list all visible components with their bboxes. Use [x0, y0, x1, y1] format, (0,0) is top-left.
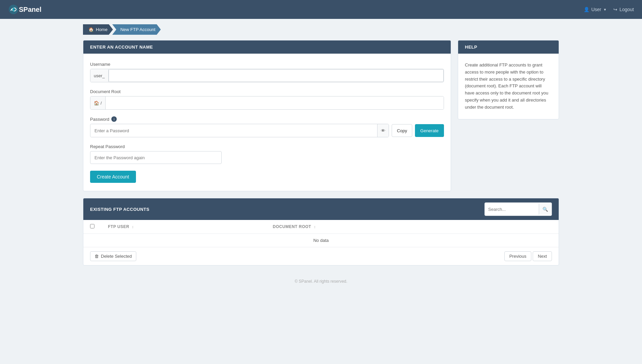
repeat-password-label: Repeat Password — [90, 144, 444, 149]
username-prefix: user_ — [90, 69, 109, 82]
logout-label: Logout — [619, 7, 634, 12]
breadcrumb-current: New FTP Account — [112, 24, 161, 35]
password-input-wrap: 👁 — [90, 124, 389, 137]
document-root-col-header[interactable]: DOCUMENT ROOT ↕ — [266, 220, 502, 234]
delete-selected-button[interactable]: 🗑 Delete Selected — [90, 251, 136, 261]
ftp-user-col-label: FTP USER — [108, 224, 129, 229]
user-icon: 👤 — [584, 7, 589, 12]
password-row: 👁 Copy Generate — [90, 124, 444, 137]
no-data-cell: No data — [83, 234, 559, 247]
separator: / — [101, 101, 102, 106]
form-help-row: ENTER AN ACCOUNT NAME Username user_ Doc… — [83, 40, 559, 191]
ftp-section-title: EXISTING FTP ACCOUNTS — [90, 207, 149, 212]
username-label: Username — [90, 62, 444, 67]
next-button[interactable]: Next — [533, 251, 552, 261]
help-card-body: Create additional FTP accounts to grant … — [458, 54, 559, 119]
help-title: HELP — [465, 45, 477, 50]
toggle-password-button[interactable]: 👁 — [377, 124, 389, 137]
pagination: Previous Next — [504, 251, 552, 261]
eye-icon: 👁 — [381, 128, 385, 133]
footer-text: © SPanel. All rights reserved. — [295, 279, 347, 284]
logout-icon: ↪ — [613, 7, 617, 12]
brand: SPanel — [8, 4, 41, 15]
home-label: Home — [96, 27, 108, 32]
generate-password-button[interactable]: Generate — [415, 124, 444, 137]
header: SPanel 👤 User ▼ ↪ Logout — [0, 0, 642, 19]
search-input[interactable] — [485, 203, 539, 216]
ftp-section-header: EXISTING FTP ACCOUNTS 🔍 — [83, 198, 559, 220]
delete-label: Delete Selected — [101, 254, 132, 259]
ftp-section: EXISTING FTP ACCOUNTS 🔍 FTP USER — [83, 198, 559, 265]
no-data-row: No data — [83, 234, 559, 247]
spanel-logo-icon — [8, 4, 19, 15]
select-all-checkbox[interactable] — [90, 224, 94, 228]
username-input-wrap: user_ — [90, 69, 444, 82]
home-icon: 🏠 — [88, 27, 94, 32]
document-root-input[interactable] — [106, 96, 444, 109]
document-root-prefix: 🏠 / — [90, 96, 106, 109]
ftp-table-container: FTP USER ↕ DOCUMENT ROOT ↕ No data — [83, 220, 559, 247]
document-root-col-label: DOCUMENT ROOT — [273, 224, 311, 229]
search-box: 🔍 — [484, 202, 552, 216]
previous-label: Previous — [509, 254, 527, 259]
form-card-header: ENTER AN ACCOUNT NAME — [83, 40, 451, 54]
password-group: Password i 👁 Copy — [90, 116, 444, 137]
form-card-body: Username user_ Document Root 🏠 / — [83, 54, 451, 191]
document-root-label: Document Root — [90, 89, 444, 94]
generate-label: Generate — [420, 128, 439, 133]
sort-icon-2: ↕ — [314, 225, 316, 229]
footer: © SPanel. All rights reserved. — [0, 274, 642, 289]
help-text: Create additional FTP accounts to grant … — [465, 62, 552, 111]
breadcrumb-nav: 🏠 Home New FTP Account — [83, 24, 161, 35]
search-icon: 🔍 — [542, 207, 548, 212]
create-account-button[interactable]: Create Account — [90, 171, 136, 183]
copy-password-button[interactable]: Copy — [392, 124, 412, 137]
password-label-row: Password i — [90, 116, 444, 122]
next-label: Next — [538, 254, 547, 259]
create-account-label: Create Account — [97, 174, 129, 179]
document-root-group: Document Root 🏠 / — [90, 89, 444, 110]
logout-button[interactable]: ↪ Logout — [613, 7, 634, 12]
username-group: Username user_ — [90, 62, 444, 82]
repeat-password-group: Repeat Password — [90, 144, 444, 164]
password-input-row: 👁 Copy Generate — [90, 124, 444, 137]
password-input[interactable] — [90, 124, 377, 137]
username-input[interactable] — [109, 69, 444, 82]
chevron-down-icon: ▼ — [603, 8, 607, 11]
actions-col-header — [502, 220, 559, 234]
header-nav: 👤 User ▼ ↪ Logout — [584, 7, 634, 12]
user-menu[interactable]: 👤 User ▼ — [584, 7, 607, 12]
home-dir-icon: 🏠 — [94, 101, 99, 106]
form-card: ENTER AN ACCOUNT NAME Username user_ Doc… — [83, 40, 451, 191]
user-label: User — [591, 7, 602, 12]
create-account-row: Create Account — [90, 171, 444, 183]
help-card-header: HELP — [458, 40, 559, 54]
breadcrumb: 🏠 Home New FTP Account — [0, 19, 642, 40]
document-root-input-wrap: 🏠 / — [90, 96, 444, 110]
sort-icon: ↕ — [132, 225, 134, 229]
ftp-footer: 🗑 Delete Selected Previous Next — [83, 247, 559, 265]
breadcrumb-current-label: New FTP Account — [120, 27, 156, 32]
password-info-icon[interactable]: i — [111, 116, 117, 122]
table-header-row: FTP USER ↕ DOCUMENT ROOT ↕ — [83, 220, 559, 234]
password-label: Password — [90, 117, 109, 122]
main-content: ENTER AN ACCOUNT NAME Username user_ Doc… — [0, 40, 642, 274]
form-card-title: ENTER AN ACCOUNT NAME — [90, 45, 153, 50]
trash-icon: 🗑 — [94, 254, 99, 259]
help-card: HELP Create additional FTP accounts to g… — [458, 40, 559, 119]
previous-button[interactable]: Previous — [504, 251, 532, 261]
brand-name: SPanel — [19, 6, 41, 13]
breadcrumb-home[interactable]: 🏠 Home — [83, 24, 113, 35]
select-all-col — [83, 220, 101, 234]
ftp-table: FTP USER ↕ DOCUMENT ROOT ↕ No data — [83, 220, 559, 247]
repeat-password-input[interactable] — [90, 151, 222, 164]
search-button[interactable]: 🔍 — [539, 204, 552, 215]
copy-label: Copy — [397, 128, 407, 133]
ftp-user-col-header[interactable]: FTP USER ↕ — [101, 220, 266, 234]
